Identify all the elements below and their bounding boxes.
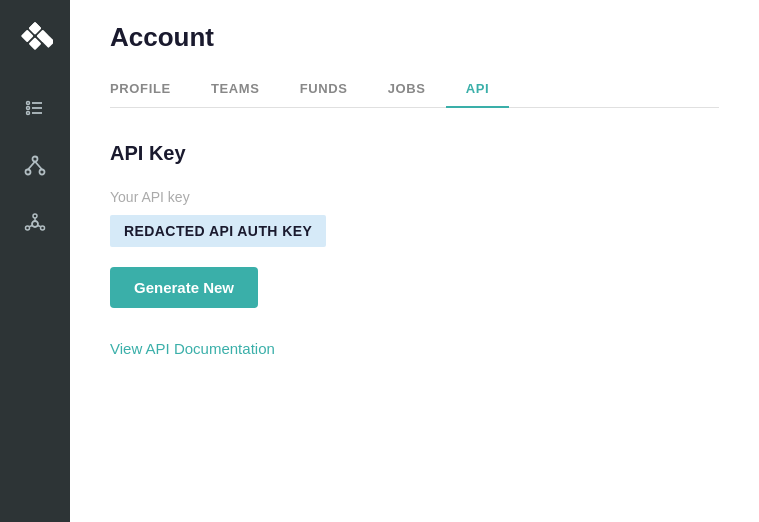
tab-jobs[interactable]: JOBS [368,71,446,108]
tab-teams[interactable]: TEAMS [191,71,280,108]
svg-point-17 [32,221,38,227]
svg-line-23 [30,226,33,227]
tab-api[interactable]: API [446,71,510,108]
tabs-nav: PROFILE TEAMS FUNDS JOBS API [110,71,719,108]
api-docs-link[interactable]: View API Documentation [110,340,275,357]
api-key-value: REDACTED API AUTH KEY [110,215,326,247]
api-content: API Key Your API key REDACTED API AUTH K… [70,108,759,392]
generate-new-button[interactable]: Generate New [110,267,258,308]
svg-point-19 [41,226,45,230]
sidebar-item-nodes[interactable] [21,210,49,238]
sidebar-logo[interactable] [17,18,53,54]
tab-profile[interactable]: PROFILE [110,71,191,108]
api-section-title: API Key [110,142,719,165]
sidebar-item-hierarchy[interactable] [21,152,49,180]
svg-rect-2 [29,22,42,35]
svg-point-20 [26,226,30,230]
svg-point-6 [27,102,30,105]
sidebar-item-list[interactable] [21,94,49,122]
header: Account PROFILE TEAMS FUNDS JOBS API [70,0,759,108]
tab-funds[interactable]: FUNDS [280,71,368,108]
main-content: Account PROFILE TEAMS FUNDS JOBS API API… [70,0,759,522]
svg-line-15 [28,162,35,170]
page-title: Account [110,22,719,53]
svg-line-22 [38,226,41,227]
svg-point-10 [27,112,30,115]
svg-rect-4 [21,30,34,43]
svg-point-13 [26,170,31,175]
svg-point-12 [33,157,38,162]
svg-point-18 [33,214,37,218]
svg-line-16 [35,162,42,170]
svg-rect-5 [29,37,42,50]
svg-point-14 [40,170,45,175]
svg-point-8 [27,107,30,110]
sidebar [0,0,70,522]
api-key-label: Your API key [110,189,719,205]
